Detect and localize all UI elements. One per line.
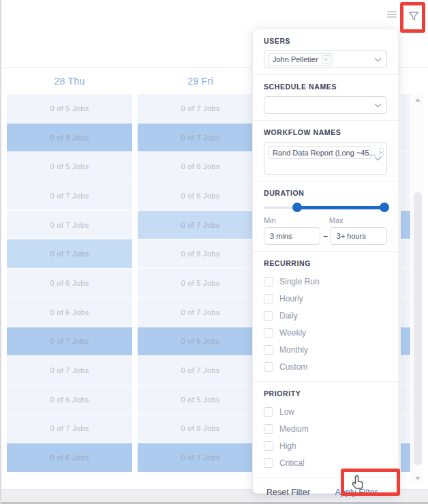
calendar-cell[interactable]: 0 of 7 Jobs: [7, 356, 132, 385]
checkbox-row[interactable]: Monthly: [264, 341, 387, 358]
checkbox[interactable]: [264, 311, 273, 321]
day-column: 0 of 7 Jobs0 of 7 Jobs0 of 6 Jobs0 of 6 …: [138, 94, 263, 473]
scrollbar-thumb[interactable]: [414, 192, 422, 465]
schedule-names-select[interactable]: [264, 96, 387, 114]
checkbox[interactable]: [264, 362, 273, 372]
calendar-cell[interactable]: 0 of 5 Jobs: [7, 152, 132, 181]
calendar-cell[interactable]: 0 of 6 Jobs: [138, 152, 263, 181]
duration-label: DURATION: [264, 189, 387, 197]
calendar-cell[interactable]: 0 of 6 Jobs: [138, 327, 263, 356]
calendar-cell[interactable]: 0 of 6 Jobs: [7, 443, 132, 472]
calendar-cell[interactable]: [401, 443, 410, 472]
calendar-cell[interactable]: [401, 356, 410, 385]
checkbox-row[interactable]: Custom: [264, 358, 387, 375]
calendar-cell[interactable]: [401, 239, 410, 268]
calendar-cell[interactable]: 0 of 6 Jobs: [7, 269, 132, 297]
remove-tag-icon[interactable]: ×: [322, 55, 331, 64]
calendar-cell[interactable]: 0 of 6 Jobs: [7, 298, 132, 327]
workflow-names-select[interactable]: Rand Data Report (Long ~45... ×: [264, 142, 387, 175]
checkbox-row[interactable]: Medium: [264, 420, 387, 437]
slider-handle-min[interactable]: [292, 203, 302, 212]
calendar-cell[interactable]: 0 of 7 Jobs: [138, 443, 263, 472]
duration-slider[interactable]: [264, 203, 387, 212]
checkbox[interactable]: [264, 407, 273, 417]
scroll-down-icon[interactable]: [415, 477, 421, 480]
calendar-cell[interactable]: 0 of 7 Jobs: [7, 415, 132, 443]
calendar-cell[interactable]: 0 of 7 Jobs: [138, 123, 263, 152]
checkbox-row[interactable]: Hourly: [264, 290, 387, 307]
vertical-scrollbar[interactable]: [412, 94, 423, 484]
calendar-cell[interactable]: 0 of 7 Jobs: [7, 239, 132, 268]
slider-range: [297, 206, 385, 209]
calendar-cell[interactable]: [401, 269, 410, 297]
apply-filter-button[interactable]: Apply Filter: [335, 488, 378, 497]
checkbox-label: Low: [279, 407, 294, 417]
calendar-cell[interactable]: 0 of 7 Jobs: [7, 327, 132, 356]
checkbox[interactable]: [264, 294, 273, 303]
calendar-cell[interactable]: [401, 94, 410, 123]
chevron-down-icon[interactable]: [375, 55, 382, 62]
reset-filter-button[interactable]: Reset Filter: [266, 488, 310, 497]
app-window: 28 Thu0 of 5 Jobs0 of 8 Jobs0 of 5 Jobs0…: [0, 0, 428, 504]
workflow-tag: Rand Data Report (Long ~45... ×: [268, 146, 371, 159]
calendar-cell[interactable]: 0 of 5 Jobs: [7, 94, 132, 123]
calendar-cell[interactable]: [401, 298, 410, 327]
calendar-cell[interactable]: 0 of 7 Jobs: [7, 211, 132, 239]
min-duration-input[interactable]: 3 mins: [264, 227, 320, 245]
list-view-icon[interactable]: [387, 11, 397, 18]
calendar-cell[interactable]: 0 of 5 Jobs: [138, 385, 263, 414]
user-tag-text: John Pelletier: [273, 55, 318, 63]
calendar-cell[interactable]: 0 of 7 Jobs: [138, 94, 263, 123]
users-select[interactable]: John Pelletier ×: [264, 50, 387, 68]
max-duration-input[interactable]: 3+ hours: [331, 227, 387, 245]
chevron-down-icon[interactable]: [375, 101, 382, 108]
workflow-names-section: WORKFLOW NAMES Rand Data Report (Long ~4…: [253, 121, 398, 181]
checkbox-label: Custom: [279, 362, 307, 372]
checkbox[interactable]: [264, 328, 273, 338]
calendar-cell[interactable]: [401, 211, 410, 239]
calendar-cell[interactable]: 0 of 6 Jobs: [7, 385, 132, 414]
scroll-up-icon[interactable]: [415, 98, 421, 102]
calendar-cell[interactable]: [401, 152, 410, 181]
calendar-cell[interactable]: [401, 327, 410, 356]
checkbox[interactable]: [264, 345, 273, 355]
calendar-cell[interactable]: 0 of 7 Jobs: [138, 298, 263, 327]
workflow-names-label: WORKFLOW NAMES: [264, 128, 387, 136]
calendar-cell[interactable]: [401, 385, 410, 414]
checkbox-row[interactable]: Weekly: [264, 324, 387, 341]
priority-section: PRIORITY LowMediumHighCritical: [253, 382, 398, 478]
checkbox[interactable]: [264, 424, 273, 434]
checkbox[interactable]: [264, 441, 273, 451]
slider-handle-max[interactable]: [380, 203, 389, 212]
priority-label: PRIORITY: [264, 389, 387, 398]
calendar-cell[interactable]: 0 of 8 Jobs: [7, 123, 132, 152]
calendar-cell[interactable]: 0 of 8 Jobs: [138, 239, 263, 268]
calendar-cell[interactable]: 0 of 7 Jobs: [138, 356, 263, 385]
calendar-cell[interactable]: [401, 415, 410, 443]
filter-icon[interactable]: [408, 10, 420, 25]
checkbox-row[interactable]: Critical: [264, 454, 387, 471]
calendar-cell[interactable]: 0 of 8 Jobs: [138, 415, 263, 443]
day-column-header: 28 Thu: [7, 68, 132, 94]
schedule-names-label: SCHEDULE NAMES: [264, 83, 387, 91]
calendar-cell[interactable]: 0 of 6 Jobs: [138, 181, 263, 210]
calendar-cell[interactable]: 0 of 7 Jobs: [7, 181, 132, 210]
day-column-header: 29 Fri: [138, 68, 263, 94]
day-column: 0 of 5 Jobs0 of 8 Jobs0 of 5 Jobs0 of 7 …: [7, 94, 132, 473]
max-label: Max: [329, 216, 343, 224]
duration-section: DURATION Min Max 3 mins – 3+ hours: [253, 181, 398, 252]
calendar-cell[interactable]: [401, 123, 410, 152]
filter-panel-footer: Reset Filter Apply Filter: [253, 478, 398, 504]
recurring-section: RECURRING Single RunHourlyDailyWeeklyMon…: [253, 252, 398, 382]
calendar-cell[interactable]: 0 of 5 Jobs: [138, 269, 263, 297]
schedule-names-section: SCHEDULE NAMES: [253, 75, 398, 121]
checkbox[interactable]: [264, 277, 273, 286]
calendar-cell[interactable]: [401, 181, 410, 210]
checkbox-row[interactable]: Daily: [264, 307, 387, 324]
checkbox-row[interactable]: High: [264, 437, 387, 454]
checkbox-row[interactable]: Low: [264, 403, 387, 420]
checkbox-row[interactable]: Single Run: [264, 273, 387, 290]
calendar-cell[interactable]: 0 of 7 Jobs: [138, 211, 263, 239]
checkbox-label: Monthly: [279, 345, 308, 355]
checkbox[interactable]: [264, 458, 273, 468]
